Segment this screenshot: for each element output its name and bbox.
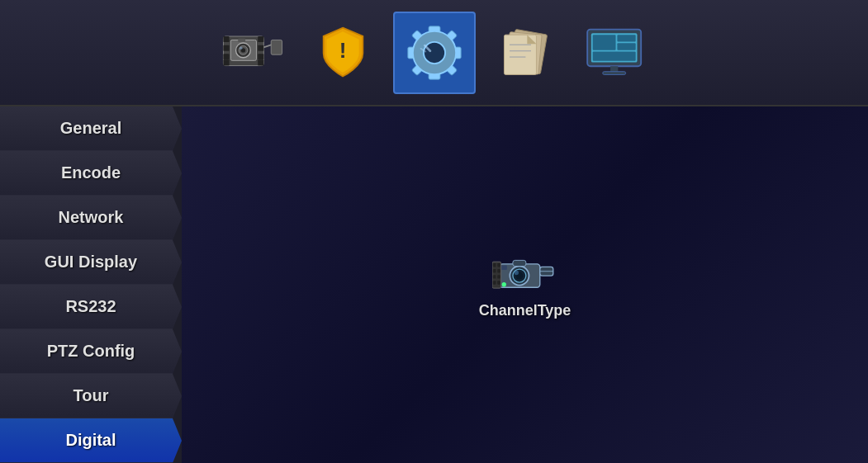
svg-rect-43 [602,72,625,75]
svg-rect-40 [617,43,635,50]
toolbar-item-files[interactable] [484,12,567,94]
sidebar-item-label: Digital [65,431,116,450]
sidebar-item-ptz-config[interactable]: PTZ Config [0,329,182,374]
svg-point-13 [240,46,243,50]
sidebar: General Encode Network GUI Display RS232… [0,106,182,463]
sidebar-item-tour[interactable]: Tour [0,374,182,418]
svg-rect-59 [497,263,500,267]
svg-point-53 [501,282,505,286]
sidebar-item-label: Tour [74,386,109,405]
toolbar-item-alarm[interactable]: ! [302,12,385,94]
svg-text:!: ! [339,38,347,63]
toolbar-item-monitor[interactable] [575,12,657,94]
content-area: ChannelType [182,106,868,463]
sidebar-item-label: General [60,119,121,138]
svg-rect-39 [617,35,635,41]
svg-rect-61 [497,275,500,278]
svg-rect-8 [258,59,263,65]
svg-rect-58 [492,281,496,284]
svg-rect-56 [492,269,496,272]
svg-rect-16 [271,40,282,54]
svg-rect-52 [500,266,506,270]
toolbar-item-settings[interactable] [393,12,476,94]
sidebar-item-network[interactable]: Network [0,196,182,240]
toolbar-item-camera[interactable] [211,12,294,94]
channel-type-label: ChannelType [479,302,572,319]
sidebar-item-label: Network [59,208,124,227]
svg-rect-41 [592,52,635,61]
svg-rect-3 [223,54,229,59]
sidebar-item-label: RS232 [65,297,116,316]
sidebar-item-label: GUI Display [45,253,137,272]
sidebar-item-gui-display[interactable]: GUI Display [0,240,182,285]
sidebar-item-label: Encode [61,163,121,182]
svg-rect-4 [223,59,229,65]
toolbar: ! [0,0,868,106]
svg-rect-7 [258,54,263,59]
svg-rect-14 [238,38,245,41]
svg-rect-6 [258,45,263,50]
sidebar-item-encode[interactable]: Encode [0,151,182,196]
svg-rect-49 [512,260,525,266]
svg-rect-1 [223,36,229,42]
sidebar-item-rs232[interactable]: RS232 [0,285,182,329]
svg-rect-5 [258,36,263,42]
sidebar-item-label: PTZ Config [47,342,135,361]
channel-type-item[interactable]: ChannelType [479,250,572,319]
svg-rect-2 [223,45,229,50]
sidebar-item-digital[interactable]: Digital [0,418,182,463]
svg-point-48 [514,271,518,275]
svg-rect-60 [497,269,500,272]
svg-rect-62 [497,281,500,284]
svg-rect-38 [592,35,615,50]
svg-rect-55 [492,263,496,267]
svg-point-27 [423,41,444,63]
sidebar-item-general[interactable]: General [0,106,182,151]
svg-rect-57 [492,275,496,278]
main-content: General Encode Network GUI Display RS232… [0,106,868,463]
